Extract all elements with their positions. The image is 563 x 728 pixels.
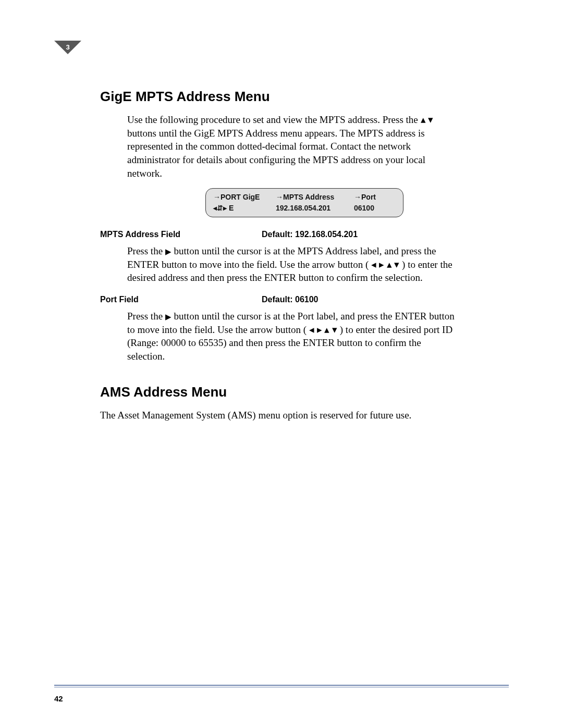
heading-ams: AMS Address Menu — [100, 384, 509, 400]
chapter-number: 3 — [54, 41, 81, 68]
right-arrow-icon — [379, 258, 384, 272]
left-arrow-icon — [309, 323, 314, 337]
page-number: 42 — [54, 694, 63, 703]
field-default-mpts: Default: 192.168.054.201 — [262, 230, 358, 239]
ams-paragraph: The Asset Management System (AMS) menu o… — [100, 409, 465, 422]
down-arrow-icon — [394, 258, 399, 272]
f2-a: Press the — [127, 311, 165, 322]
lcd-row-1: →PORT GigE →MPTS Address →Port — [213, 192, 396, 203]
lcd-r2-nav: ◂⇵▸ E — [213, 203, 276, 214]
field-label-mpts: MPTS Address Field — [100, 230, 262, 239]
field-row-port: Port Field Default: 06100 — [100, 295, 509, 304]
field-label-port: Port Field — [100, 295, 262, 304]
right-arrow-icon — [317, 323, 322, 337]
field-para-mpts: Press the button until the cursor is at … — [127, 244, 461, 285]
intro-paragraph: Use the following procedure to set and v… — [127, 113, 461, 180]
intro-text-a: Use the following procedure to set and v… — [127, 114, 421, 125]
up-arrow-icon — [421, 113, 426, 127]
field-default-port: Default: 06100 — [262, 295, 319, 304]
lcd-r1-port: →PORT GigE — [213, 192, 276, 203]
lcd-row-2: ◂⇵▸ E 192.168.054.201 06100 — [213, 203, 396, 214]
left-arrow-icon — [371, 258, 376, 272]
field-para-port: Press the button until the cursor is at … — [127, 310, 461, 363]
right-arrow-icon — [165, 310, 172, 323]
content-column: GigE MPTS Address Menu Use the following… — [100, 89, 509, 422]
footer-rule — [54, 685, 509, 687]
down-arrow-icon — [332, 323, 337, 337]
intro-text-b: buttons until the GigE MPTS Address menu… — [127, 128, 425, 179]
lcd-display: →PORT GigE →MPTS Address →Port ◂⇵▸ E 192… — [205, 188, 403, 217]
heading-gige-mpts: GigE MPTS Address Menu — [100, 89, 509, 105]
arrow-set-icon — [371, 259, 402, 270]
page: 3 GigE MPTS Address Menu Use the followi… — [0, 0, 563, 728]
lcd-r1-mpts: →MPTS Address — [276, 192, 354, 203]
field-row-mpts: MPTS Address Field Default: 192.168.054.… — [100, 230, 509, 239]
right-arrow-icon — [165, 244, 172, 258]
down-arrow-icon — [428, 113, 433, 127]
chapter-badge: 3 — [54, 41, 81, 68]
f1-a: Press the — [127, 245, 165, 256]
lcd-r2-port: 06100 — [354, 203, 396, 214]
lcd-r1-portlabel: →Port — [354, 192, 396, 203]
arrow-set-icon — [309, 324, 340, 335]
up-arrow-icon — [387, 258, 392, 272]
up-arrow-icon — [324, 323, 329, 337]
lcd-r2-ip: 192.168.054.201 — [276, 203, 354, 214]
